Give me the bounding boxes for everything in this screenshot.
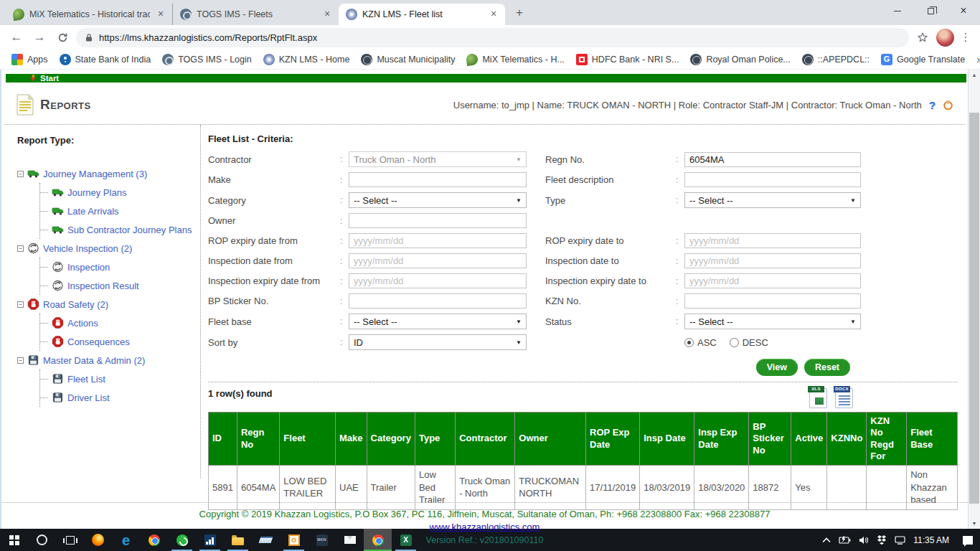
tree-link-inspection-result[interactable]: Inspection Result (67, 281, 139, 291)
taskbar-task-view[interactable] (56, 529, 84, 551)
bookmark-apepdcl[interactable]: ::APEPDCL:: (798, 52, 874, 67)
export-xls-button[interactable]: XLS (809, 388, 827, 408)
report-type-label: Report Type: (17, 135, 200, 146)
minimize-button[interactable] (881, 0, 914, 22)
input-kzn-no[interactable] (684, 293, 861, 309)
restore-button[interactable] (914, 0, 947, 22)
input-make[interactable] (349, 172, 527, 187)
view-button[interactable]: View (756, 359, 798, 376)
bookmark-star-button[interactable] (913, 28, 932, 47)
select-sort-by[interactable]: ID▼ (349, 334, 527, 350)
taskbar-cortana[interactable] (28, 529, 56, 551)
reload-button[interactable] (53, 28, 72, 47)
tree-link-journey-plans[interactable]: Journey Plans (67, 187, 126, 198)
tree-link-inspection[interactable]: Inspection (67, 262, 110, 273)
taskbar-edge[interactable]: e (112, 529, 140, 551)
radio-option-asc[interactable]: ASC (684, 337, 717, 348)
tree-link-vehicle-inspection-2[interactable]: Vehicle Inspection (2) (43, 243, 132, 254)
bookmark-state-bank-of-india[interactable]: State Bank of India (55, 52, 156, 67)
browser-tab-togs-ims-fleets[interactable]: TOGS IMS - Fleets× (172, 4, 339, 25)
input-inspection-date-from[interactable] (349, 253, 527, 268)
tree-link-late-arrivals[interactable]: Late Arrivals (67, 206, 119, 217)
bookmark-togs-ims-login[interactable]: TOGS IMS - Login (158, 52, 256, 67)
start-menu-item[interactable]: Start (40, 74, 59, 83)
input-inspection-expiry-date-from[interactable] (349, 273, 527, 288)
column-header-owner: Owner (515, 413, 586, 466)
tree-link-sub-contractor-journey-plans[interactable]: Sub Contractor Journey Plans (67, 225, 192, 235)
tree-link-journey-management-3[interactable]: Journey Management (3) (43, 169, 147, 179)
field-label: Regn No. (545, 154, 676, 165)
logout-power-icon[interactable] (943, 100, 953, 110)
taskbar-chrome-active[interactable] (364, 529, 392, 551)
select-fleet-base[interactable]: -- Select --▼ (349, 314, 527, 329)
browser-tab-kzn-lms-fleet-list[interactable]: KZN LMS - Fleet list× (339, 4, 505, 25)
website-link[interactable]: www.khazzanlogistics.com (430, 522, 540, 532)
export-docx-button[interactable]: DOCX (835, 388, 853, 408)
taskbar-main-app[interactable]: MAIN (308, 529, 336, 551)
radio-asc[interactable] (684, 338, 694, 347)
page-scrollbar[interactable]: ▲ ▼ (968, 70, 980, 529)
select-type[interactable]: -- Select --▼ (684, 192, 861, 208)
bookmark-mix-telematics-h[interactable]: MiX Telematics - H... (462, 52, 568, 67)
taskbar-firefox[interactable] (84, 529, 112, 551)
radio-desc[interactable] (730, 338, 739, 347)
bookmarks-overflow-icon[interactable]: » (972, 53, 980, 65)
chevron-down-icon: ▼ (850, 319, 856, 325)
collapse-icon[interactable]: − (17, 357, 24, 364)
browser-tab-mix-telematics-historical-trackin[interactable]: MiX Telematics - Historical trackin× (6, 4, 172, 25)
input-inspection-date-to[interactable] (684, 253, 861, 268)
bookmark-muscat-municipality[interactable]: Muscat Municipality (357, 52, 459, 67)
tree-link-road-safety-2[interactable]: Road Safety (2) (43, 299, 108, 310)
collapse-icon[interactable]: − (17, 301, 24, 308)
tree-link-actions[interactable]: Actions (67, 318, 98, 329)
action-center-icon[interactable] (963, 536, 973, 545)
help-icon[interactable]: ? (929, 99, 936, 111)
collapse-icon[interactable]: − (17, 245, 24, 252)
taskbar-start-button[interactable] (0, 529, 28, 551)
bookmark-kzn-lms-home[interactable]: KZN LMS - Home (259, 52, 354, 67)
scrollbar-down-arrow[interactable]: ▼ (969, 518, 980, 529)
radio-option-desc[interactable]: DESC (730, 337, 768, 348)
input-owner[interactable] (349, 213, 527, 228)
tree-link-fleet-list[interactable]: Fleet List (67, 374, 105, 385)
tree-link-master-data-admin-2[interactable]: Master Data & Admin (2) (43, 355, 145, 366)
tab-close-icon[interactable]: × (488, 9, 499, 20)
taskbar-file-explorer[interactable] (224, 529, 252, 551)
taskbar-whatsapp[interactable] (168, 529, 196, 551)
reset-button[interactable]: Reset (804, 359, 850, 376)
input-fleet-description[interactable] (684, 172, 861, 187)
new-tab-button[interactable]: + (509, 4, 529, 24)
bookmark-google-translate[interactable]: Google Translate (877, 52, 969, 67)
scrollbar-up-arrow[interactable]: ▲ (969, 70, 980, 80)
bookmark-royal-oman-police[interactable]: Royal Oman Police... (686, 52, 794, 67)
tab-close-icon[interactable]: × (321, 9, 333, 20)
forward-button[interactable]: → (30, 28, 49, 47)
taskbar-mail[interactable] (336, 529, 364, 551)
select-category[interactable]: -- Select --▼ (349, 192, 527, 208)
bookmark-apps[interactable]: Apps (7, 52, 52, 67)
taskbar-stocks[interactable] (196, 529, 224, 551)
scrollbar-thumb[interactable] (969, 113, 979, 504)
input-rop-expiry-date-to[interactable] (684, 233, 861, 248)
tree-link-consequences[interactable]: Consequences (67, 336, 130, 347)
collapse-icon[interactable]: − (17, 171, 24, 177)
taskbar-chrome[interactable] (140, 529, 168, 551)
colon: : (676, 316, 684, 326)
input-rop-expiry-date-from[interactable] (349, 233, 527, 248)
close-button[interactable]: × (947, 0, 980, 22)
back-button[interactable]: ← (7, 28, 26, 47)
bookmark-hdfc-bank-nri-s[interactable]: HDFC Bank - NRI S... (572, 52, 684, 67)
input-bp-sticker-no[interactable] (349, 293, 527, 309)
address-bar[interactable]: https://lms.khazzanlogistics.com/Reports… (76, 28, 909, 47)
tree-link-driver-list[interactable]: Driver List (67, 392, 110, 403)
chevron-down-icon: ▼ (516, 197, 522, 204)
browser-menu-button[interactable]: ⋮ (958, 31, 973, 44)
taskbar-scanner[interactable] (252, 529, 280, 551)
input-regn-no[interactable] (684, 152, 861, 167)
input-inspection-expiry-date-to[interactable] (684, 273, 861, 288)
taskbar-excel[interactable]: X (392, 529, 420, 551)
profile-avatar[interactable] (936, 29, 954, 47)
tab-close-icon[interactable]: × (155, 9, 166, 20)
select-status[interactable]: -- Select --▼ (684, 314, 861, 329)
taskbar-outlook[interactable]: O (280, 529, 308, 551)
